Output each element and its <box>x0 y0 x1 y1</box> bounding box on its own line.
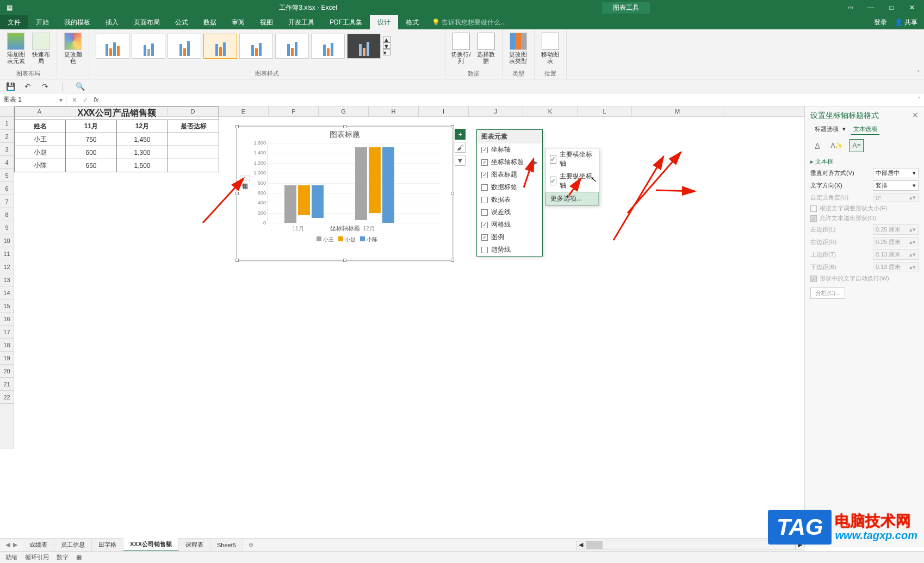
tell-me[interactable]: 💡 告诉我您想要做什么... <box>426 15 874 29</box>
new-sheet-button[interactable]: ⊕ <box>243 539 259 551</box>
chart-elements-popup: 图表元素 ✓坐标轴✓坐标轴标题▶✓图表标题数据标签数据表误差线✓网格线✓图例趋势… <box>476 129 543 257</box>
save-icon[interactable]: 💾 <box>5 82 15 91</box>
row-headers: 12345678910111213141516171819202122 <box>0 107 14 449</box>
chart-element-item[interactable]: 误差线 <box>477 206 542 218</box>
submenu-v-axis[interactable]: ✓主要纵坐标轴 <box>545 170 599 192</box>
chart-element-item[interactable]: ✓网格线 <box>477 218 542 231</box>
tab-scroll-left-icon[interactable]: ◀ <box>5 541 10 548</box>
chart-plot-area[interactable]: 02004006008001,0001,2001,4001,60011月12月 <box>268 143 441 223</box>
tab-review[interactable]: 审阅 <box>224 15 252 29</box>
formula-expand-icon[interactable]: ˅ <box>914 93 924 106</box>
angle-spinner: 0°▴▾ <box>873 193 919 202</box>
change-chart-type-button[interactable]: 更改图表类型 <box>507 32 530 65</box>
sheet-tab[interactable]: Sheet5 <box>210 540 243 551</box>
chart-element-item[interactable]: ✓坐标轴标题▶ <box>477 156 542 168</box>
columns-button: 分栏(C)... <box>810 287 845 299</box>
gallery-more-button[interactable]: ▲▼▾ <box>383 34 392 58</box>
ribbon-body: 添加图表元素 快速布局 图表布局 更改颜色 ▲▼▾ 图表样式 切换行/列 选择数… <box>0 29 924 79</box>
fx-icon[interactable]: fx <box>94 96 98 104</box>
sheet-tab[interactable]: 田字格 <box>92 539 123 551</box>
sheet-tab[interactable]: 成绩表 <box>23 539 54 551</box>
data-table: XXX公司产品销售额 姓名 11月 12月 是否达标 小王7501,450 小赵… <box>14 107 219 172</box>
pane-tab-text-options[interactable]: 文本选项 <box>851 124 879 135</box>
y-axis-title[interactable]: 销售额 <box>240 176 250 181</box>
collapse-ribbon-icon[interactable]: ˅ <box>913 29 924 79</box>
sheet-tab-active[interactable]: XXX公司销售额 <box>123 538 179 552</box>
redo-icon[interactable]: ↷ <box>40 82 50 91</box>
wrap-checkbox: ✓形状中的文字自动换行(W) <box>810 274 919 283</box>
chart-styles-button[interactable]: 🖌 <box>455 142 466 153</box>
tab-mytemplate[interactable]: 我的模板 <box>57 15 98 29</box>
cancel-formula-icon[interactable]: ✕ <box>72 96 77 104</box>
chart-element-item[interactable]: 数据表 <box>477 193 542 206</box>
move-chart-button[interactable]: 移动图表 <box>539 32 562 65</box>
chart-element-item[interactable]: 趋势线 <box>477 243 542 256</box>
signin-link[interactable]: 登录 <box>874 18 887 27</box>
pane-close-icon[interactable]: ✕ <box>912 111 919 121</box>
enter-formula-icon[interactable]: ✓ <box>83 96 88 104</box>
textbox-icon[interactable]: A≡ <box>849 139 864 152</box>
maximize-icon[interactable]: □ <box>882 0 901 15</box>
text-direction-dropdown[interactable]: 竖排▾ <box>873 180 919 191</box>
chart-element-item[interactable]: ✓图例 <box>477 231 542 243</box>
chart-element-item[interactable]: 数据标签 <box>477 181 542 193</box>
submenu-more-options[interactable]: 更多选项... <box>545 192 599 205</box>
print-preview-icon[interactable]: 🔍 <box>75 82 85 91</box>
tab-scroll-right-icon[interactable]: ▶ <box>13 541 17 548</box>
tab-developer[interactable]: 开发工具 <box>281 15 322 29</box>
chart-element-item[interactable]: ✓坐标轴 <box>477 143 542 156</box>
switch-row-col-button[interactable]: 切换行/列 <box>450 32 473 65</box>
chart-filter-button[interactable]: ▼ <box>455 155 466 166</box>
status-circular-refs: 循环引用 <box>25 553 49 561</box>
chart-style-gallery[interactable]: ▲▼▾ <box>94 32 441 68</box>
formula-bar: 图表 1▾ ✕ ✓ fx ˅ <box>0 93 924 107</box>
text-fill-outline-icon[interactable]: A <box>810 139 824 152</box>
tab-formulas[interactable]: 公式 <box>168 15 196 29</box>
tab-view[interactable]: 视图 <box>252 15 281 29</box>
quick-layout-button[interactable]: 快速布局 <box>29 32 52 65</box>
formula-input[interactable] <box>104 93 914 106</box>
ribbon-options-icon[interactable]: ▭ <box>840 0 860 15</box>
group-location-label: 位置 <box>539 68 562 78</box>
chart-title[interactable]: 图表标题 <box>237 127 452 143</box>
section-textbox[interactable]: ▸ 文本框 <box>810 158 919 166</box>
embedded-chart[interactable]: 图表标题 销售额 02004006008001,0001,2001,4001,6… <box>237 126 453 261</box>
name-box[interactable]: 图表 1▾ <box>0 93 66 106</box>
tab-design[interactable]: 设计 <box>370 15 398 29</box>
share-link[interactable]: 👤 共享 <box>895 18 917 27</box>
excel-icon: ▦ <box>4 3 14 12</box>
chart-elements-button[interactable]: ＋ <box>455 129 466 140</box>
add-chart-element-button[interactable]: 添加图表元素 <box>4 32 27 65</box>
select-data-button[interactable]: 选择数据 <box>475 32 498 65</box>
axis-titles-submenu: ✓主要横坐标轴 ✓主要纵坐标轴 更多选项... <box>545 148 599 206</box>
group-type-label: 类型 <box>507 68 530 78</box>
submenu-h-axis[interactable]: ✓主要横坐标轴 <box>545 148 599 170</box>
sheet-tab[interactable]: 课程表 <box>179 539 210 551</box>
title-bar: ▦ 工作簿3.xlsx - Excel 图表工具 ▭ — □ ✕ <box>0 0 924 15</box>
tab-pdf[interactable]: PDF工具集 <box>322 15 370 29</box>
macro-record-icon[interactable]: ▦ <box>76 554 82 561</box>
tab-home[interactable]: 开始 <box>28 15 57 29</box>
pane-tab-title-options[interactable]: 标题选项 ▾ <box>810 124 848 135</box>
undo-icon[interactable]: ↶ <box>23 82 33 91</box>
minimize-icon[interactable]: — <box>861 0 880 15</box>
group-styles-label: 图表样式 <box>94 68 441 78</box>
valign-dropdown[interactable]: 中部居中▾ <box>873 168 919 178</box>
format-axis-title-pane: 设置坐标轴标题格式✕ 标题选项 ▾ 文本选项 A A✨ A≡ ▸ 文本框 垂直对… <box>804 107 924 547</box>
tab-file[interactable]: 文件 <box>0 15 28 29</box>
chart-legend[interactable]: 小王小赵小陈 <box>237 234 452 246</box>
chart-element-item[interactable]: ✓图表标题 <box>477 168 542 181</box>
tab-format[interactable]: 格式 <box>398 15 426 29</box>
text-effects-icon[interactable]: A✨ <box>830 139 844 152</box>
contextual-tab-label: 图表工具 <box>602 2 650 14</box>
status-bar: 就绪 循环引用 数字 ▦ <box>0 551 924 563</box>
group-layout-label: 图表布局 <box>4 68 52 78</box>
change-colors-button[interactable]: 更改颜色 <box>61 32 84 65</box>
tab-insert[interactable]: 插入 <box>98 15 126 29</box>
sheet-tab[interactable]: 员工信息 <box>54 539 92 551</box>
autofit-checkbox-1: 根据文字调整形状大小(F) <box>810 204 919 212</box>
tab-pagelayout[interactable]: 页面布局 <box>126 15 168 29</box>
watermark: TAG 电脑技术网www.tagxp.com <box>768 510 917 545</box>
close-icon[interactable]: ✕ <box>902 0 922 15</box>
tab-data[interactable]: 数据 <box>196 15 224 29</box>
